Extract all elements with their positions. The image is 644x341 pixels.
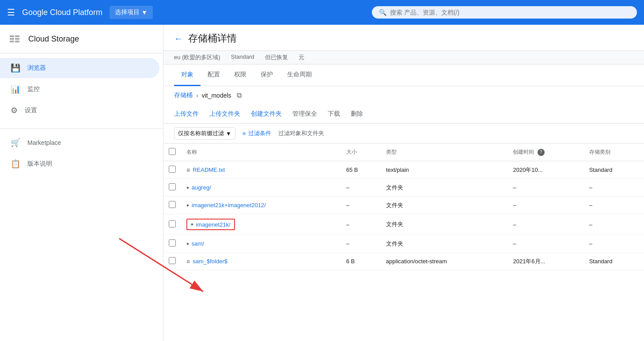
brand-title: Google Cloud Platform xyxy=(22,8,102,17)
project-selector[interactable]: 选择项目 ▼ xyxy=(110,6,153,19)
file-created: – xyxy=(508,214,583,235)
file-storage-class: Standard xyxy=(584,161,644,179)
help-icon[interactable]: ? xyxy=(538,149,545,156)
svg-rect-1 xyxy=(15,35,19,37)
file-type: 文件夹 xyxy=(381,197,508,214)
filter-icon: ≡ xyxy=(242,130,246,137)
file-type: 文件夹 xyxy=(381,235,508,253)
bucket-price: 元 xyxy=(299,53,304,61)
top-navigation: ☰ Google Cloud Platform 选择项目 ▼ 🔍 xyxy=(0,0,644,25)
file-link[interactable]: sam/ xyxy=(192,240,204,247)
row-checkbox[interactable] xyxy=(169,257,176,264)
sidebar-item-browser[interactable]: 💾 浏览器 xyxy=(0,58,159,78)
file-created: 2020年10... xyxy=(508,161,583,179)
release-notes-icon: 📋 xyxy=(11,159,20,169)
copy-icon[interactable]: ⧉ xyxy=(237,91,242,99)
sidebar-bottom-items: 🛒 Marketplace 📋 版本说明 xyxy=(0,133,163,174)
row-checkbox[interactable] xyxy=(169,239,176,246)
create-folder-button[interactable]: 创建文件夹 xyxy=(251,108,282,120)
table-header-name: 名称 xyxy=(181,144,341,161)
doc-icon: ≡ xyxy=(186,258,190,265)
row-checkbox-cell xyxy=(163,179,181,197)
sidebar-item-settings[interactable]: ⚙ 设置 xyxy=(0,100,159,121)
svg-rect-5 xyxy=(15,41,19,42)
upload-file-button[interactable]: 上传文件 xyxy=(174,108,199,120)
row-checkbox[interactable] xyxy=(169,220,176,227)
download-button[interactable]: 下载 xyxy=(328,108,340,120)
svg-rect-0 xyxy=(10,35,14,37)
row-checkbox[interactable] xyxy=(169,166,176,173)
row-checkbox-cell xyxy=(163,161,181,179)
file-storage-class: – xyxy=(584,235,644,253)
toolbar: 上传文件 上传文件夹 创建文件夹 管理保全 下载 删除 xyxy=(163,105,644,124)
bucket-storage-class: Standard xyxy=(231,53,254,61)
sidebar-item-release-notes[interactable]: 📋 版本说明 xyxy=(0,154,159,174)
tab-lifecycle[interactable]: 生命周期 xyxy=(280,64,319,86)
file-size: 65 B xyxy=(341,161,381,179)
file-type: 文件夹 xyxy=(381,179,508,197)
row-checkbox[interactable] xyxy=(169,201,176,208)
folder-icon: ▪ xyxy=(191,220,193,228)
svg-rect-2 xyxy=(10,38,14,40)
menu-icon[interactable]: ☰ xyxy=(7,7,15,18)
file-type: application/octet-stream xyxy=(381,253,508,270)
filter-hint: 过滤对象和文件夹 xyxy=(278,129,324,137)
file-created: – xyxy=(508,235,583,253)
tab-config[interactable]: 配置 xyxy=(201,64,227,86)
breadcrumb-bucket-label[interactable]: 存储桶 xyxy=(174,91,193,99)
sidebar-item-monitoring[interactable]: 📊 监控 xyxy=(0,79,159,99)
file-link[interactable]: augreg/ xyxy=(192,184,211,191)
tab-objects[interactable]: 对象 xyxy=(174,64,201,86)
sidebar-item-browser-label: 浏览器 xyxy=(27,64,46,72)
chevron-down-icon: ▼ xyxy=(141,9,148,16)
file-link[interactable]: imagenet21k+imagenet2012/ xyxy=(192,202,266,208)
folder-icon: ▪ xyxy=(186,184,189,192)
filter-dropdown-label: 仅按名称前缀过滤 xyxy=(178,129,224,137)
bucket-info-row: eu (欧盟的多区域) Standard 但已恢复 元 xyxy=(163,51,644,64)
table-header-size: 大小 xyxy=(341,144,381,161)
filter-dropdown[interactable]: 仅按名称前缀过滤 ▼ xyxy=(174,127,235,140)
file-size: – xyxy=(341,214,381,235)
doc-icon: ≡ xyxy=(186,167,190,174)
breadcrumb: 存储桶 › vit_models ⧉ xyxy=(163,86,644,105)
table-row: ▪ imagenet21k+imagenet2012/ – 文件夹 – – xyxy=(163,197,644,214)
filter-row: 仅按名称前缀过滤 ▼ ≡ 过滤条件 过滤对象和文件夹 xyxy=(163,124,644,144)
svg-rect-4 xyxy=(10,41,14,42)
delete-button[interactable]: 删除 xyxy=(351,108,363,120)
page-title: 存储桶详情 xyxy=(188,32,237,45)
monitoring-icon: 📊 xyxy=(11,84,20,94)
file-storage-class: Standard xyxy=(584,253,644,270)
sidebar-nav: 💾 浏览器 📊 监控 ⚙ 设置 xyxy=(0,53,163,125)
tabs: 对象 配置 权限 保护 生命周期 xyxy=(163,64,644,86)
row-checkbox-cell xyxy=(163,214,181,235)
upload-folder-button[interactable]: 上传文件夹 xyxy=(209,108,240,120)
file-link[interactable]: README.txt xyxy=(193,167,225,173)
select-all-checkbox[interactable] xyxy=(169,148,176,155)
tab-protection[interactable]: 保护 xyxy=(254,64,280,86)
sidebar-item-marketplace[interactable]: 🛒 Marketplace xyxy=(0,133,159,153)
file-table: 名称 大小 类型 创建时间 ? 存储类别 ≡ READ xyxy=(163,144,644,341)
bucket-status: 但已恢复 xyxy=(265,53,288,61)
back-button[interactable]: ← xyxy=(174,34,183,44)
file-type: text/plain xyxy=(381,161,508,179)
marketplace-icon: 🛒 xyxy=(11,138,20,148)
file-link[interactable]: sam_$folder$ xyxy=(193,258,227,265)
file-link[interactable]: imagenet21k/ xyxy=(196,221,231,228)
tab-permissions[interactable]: 权限 xyxy=(227,64,254,86)
sidebar-item-settings-label: 设置 xyxy=(25,106,37,114)
folder-icon: ▪ xyxy=(186,201,189,209)
search-icon: 🔍 xyxy=(379,9,386,16)
filter-conditions[interactable]: ≡ 过滤条件 xyxy=(242,129,272,137)
sidebar-header: Cloud Storage xyxy=(0,25,163,53)
sidebar-item-release-notes-label: 版本说明 xyxy=(27,160,52,168)
search-input[interactable] xyxy=(390,9,630,16)
search-bar[interactable]: 🔍 xyxy=(372,6,637,19)
table-header-storage-class: 存储类别 xyxy=(584,144,644,161)
file-created: 2021年6月... xyxy=(508,253,583,270)
table-header-type: 类型 xyxy=(381,144,508,161)
table-row: ≡ sam_$folder$ 6 B application/octet-str… xyxy=(163,253,644,270)
file-storage-class: – xyxy=(584,197,644,214)
file-name-cell: ▪ sam/ xyxy=(181,235,341,253)
row-checkbox[interactable] xyxy=(169,183,176,190)
manage-all-button[interactable]: 管理保全 xyxy=(292,108,317,120)
